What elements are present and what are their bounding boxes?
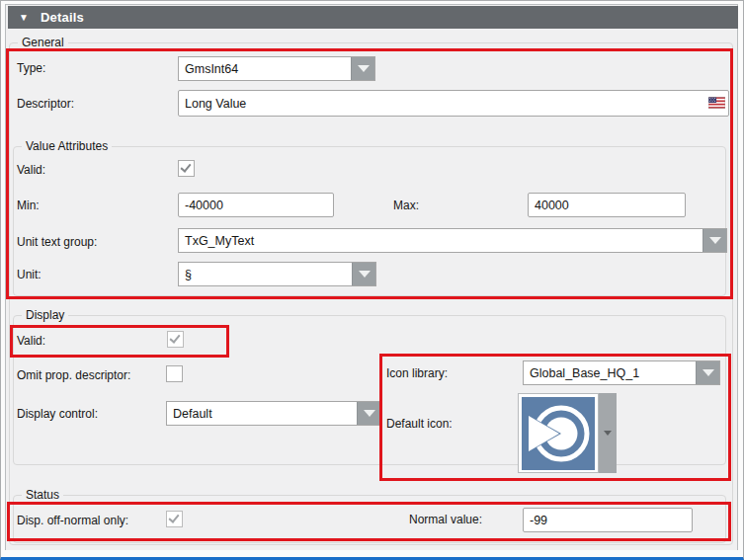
- unit-text-group-label: Unit text group:: [17, 235, 97, 249]
- disp-off-normal-only-label: Disp. off-normal only:: [17, 514, 128, 527]
- valid-label: Valid:: [17, 163, 45, 177]
- type-combobox-value: GmsInt64: [179, 57, 351, 80]
- normal-value-input[interactable]: [523, 508, 693, 532]
- checkmark-icon: [169, 332, 180, 344]
- unit-text-group-combobox[interactable]: TxG_MyText: [178, 228, 727, 253]
- unit-text-group-combobox-button[interactable]: [703, 229, 726, 252]
- display-control-combobox-value: Default: [167, 402, 357, 425]
- icon-library-combobox-value: Global_Base_HQ_1: [524, 361, 696, 384]
- max-input[interactable]: [528, 193, 686, 217]
- dropdown-arrow-icon: [358, 65, 370, 72]
- type-combobox[interactable]: GmsInt64: [178, 56, 375, 81]
- descriptor-input[interactable]: [178, 90, 729, 117]
- type-label: Type:: [17, 61, 45, 75]
- unit-text-group-combobox-value: TxG_MyText: [179, 229, 703, 252]
- dropdown-arrow-icon: [359, 271, 371, 278]
- descriptor-label: Descriptor:: [17, 97, 74, 111]
- disp-off-normal-only-checkbox[interactable]: [166, 511, 183, 527]
- display-group: Display: [13, 315, 726, 465]
- window-bottom-edge: [2, 550, 742, 557]
- unit-combobox[interactable]: §: [178, 262, 376, 286]
- omit-prop-descriptor-label: Omit prop. descriptor:: [17, 368, 130, 382]
- omit-prop-descriptor-checkbox[interactable]: [166, 365, 183, 382]
- collapse-triangle-icon[interactable]: ▼: [19, 12, 29, 23]
- general-group-label: General: [18, 36, 68, 49]
- display-valid-checkbox[interactable]: [167, 331, 184, 348]
- icon-library-combobox-button[interactable]: [696, 361, 719, 384]
- dropdown-arrow-icon: [604, 431, 612, 436]
- icon-library-combobox[interactable]: Global_Base_HQ_1: [523, 360, 720, 385]
- us-flag-icon: [708, 97, 736, 112]
- details-header-title: Details: [41, 10, 84, 25]
- details-window: ▼ Details General Type: GmsInt64 Descrip…: [0, 0, 744, 560]
- normal-value-label: Normal value:: [409, 513, 482, 526]
- display-control-combobox[interactable]: Default: [166, 401, 381, 426]
- type-combobox-button[interactable]: [351, 57, 374, 80]
- checkmark-icon: [168, 512, 179, 523]
- valid-checkbox[interactable]: [178, 160, 195, 177]
- min-input[interactable]: [178, 193, 334, 217]
- details-header[interactable]: ▼ Details: [8, 6, 738, 29]
- icon-library-label: Icon library:: [386, 366, 448, 380]
- display-valid-label: Valid:: [17, 334, 45, 348]
- default-icon-label: Default icon:: [386, 417, 453, 431]
- unit-combobox-button[interactable]: [352, 263, 375, 285]
- display-group-label: Display: [22, 308, 68, 322]
- display-control-combobox-button[interactable]: [357, 402, 380, 425]
- checkmark-icon: [180, 161, 191, 173]
- value-attributes-group-label: Value Attributes: [22, 139, 112, 153]
- unit-label: Unit:: [17, 268, 41, 281]
- unit-combobox-value: §: [179, 263, 352, 285]
- dropdown-arrow-icon: [364, 410, 375, 417]
- default-icon-picker[interactable]: [518, 393, 599, 473]
- default-icon-dropdown-button[interactable]: [599, 393, 617, 473]
- display-control-label: Display control:: [17, 407, 98, 421]
- play-circle-icon: [522, 397, 595, 470]
- dropdown-arrow-icon: [709, 237, 721, 244]
- status-group-label: Status: [22, 488, 63, 502]
- dropdown-arrow-icon: [703, 369, 714, 376]
- max-label: Max:: [393, 199, 419, 212]
- min-label: Min:: [17, 199, 40, 212]
